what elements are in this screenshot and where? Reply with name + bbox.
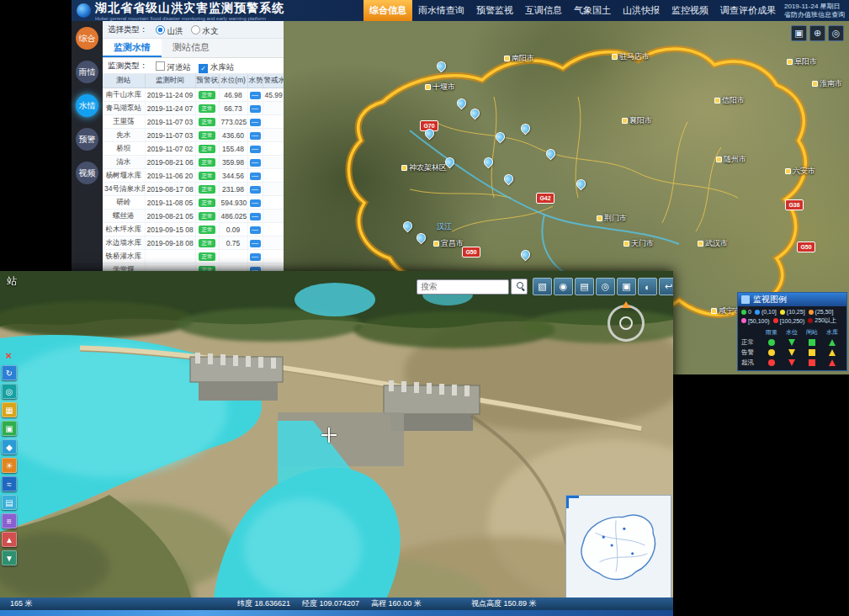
refresh-icon[interactable]: ↻ — [2, 365, 17, 380]
trend-steady-icon: — — [250, 186, 261, 194]
marker-tool-icon[interactable]: ◉ — [554, 278, 573, 295]
station-name[interactable]: 铁桥灌水库 — [103, 250, 145, 263]
warn-level — [263, 210, 284, 223]
warn-level — [263, 102, 284, 115]
overview-inset-map[interactable] — [565, 495, 671, 599]
table-row[interactable]: 34号清泉水库2019-08-17 08正常231.98— — [103, 183, 284, 196]
nav-item-2[interactable]: 预警监视 — [470, 0, 519, 21]
close-icon[interactable]: × — [2, 348, 15, 362]
legend-col-3: 水库 — [826, 328, 838, 337]
sidebar-item-4[interactable]: 视频 — [72, 156, 103, 189]
column-header-0: 测站 — [103, 74, 145, 88]
station-name[interactable]: 王里荡 — [103, 115, 145, 129]
monitor-time: 2019-11-07 02 — [145, 142, 195, 156]
back-tool-icon[interactable]: ↩ — [659, 278, 673, 295]
raise-icon[interactable]: ▲ — [2, 532, 17, 547]
table-row[interactable]: 清水2019-08-21 06正常359.98— — [103, 156, 284, 169]
nav-item-1[interactable]: 雨水情查询 — [412, 0, 470, 21]
water-level: 594.930 — [219, 196, 247, 210]
river-label: 汉江 — [437, 221, 452, 232]
trend-steady-icon: — — [250, 226, 261, 234]
sidebar-icon-1: 雨情 — [76, 61, 98, 83]
lower-icon[interactable]: ▼ — [2, 550, 17, 566]
radio-1[interactable] — [191, 25, 200, 35]
locate-icon[interactable]: ◎ — [828, 25, 844, 41]
sidebar-item-2[interactable]: 水情 — [72, 88, 103, 122]
station-name[interactable]: 青马湖泵站 — [103, 102, 145, 115]
globe-tool-icon[interactable]: ◐ — [638, 278, 657, 295]
station-name[interactable]: 先水 — [103, 129, 145, 142]
type-label: 监测类型： — [108, 61, 148, 72]
map-city-label: 神农架林区 — [401, 162, 447, 173]
station-name[interactable]: 34号清泉水库 — [103, 183, 145, 196]
menu-icon[interactable]: ≡ — [2, 513, 17, 528]
legend-dot-icon — [809, 310, 814, 315]
station-name[interactable]: 桥坝 — [103, 142, 145, 156]
panel-tab-1[interactable]: 测站信息 — [162, 39, 220, 57]
nav-item-7[interactable]: 调查评价成果 — [714, 0, 782, 21]
nav-item-4[interactable]: 气象国土 — [568, 0, 617, 21]
list-tool-icon[interactable]: ▤ — [575, 278, 594, 295]
table-row[interactable]: 水边墙水库2019-09-18 08正常0.75— — [103, 236, 284, 250]
table-row[interactable]: 先水2019-11-07 03正常436.60— — [103, 129, 284, 142]
checkbox-0[interactable] — [156, 61, 165, 71]
filter-label: 选择类型： — [108, 24, 148, 35]
viewer-map-tools: ▧◉▤◎▣◐↩ — [531, 278, 673, 295]
sun-icon[interactable]: ☀ — [2, 458, 17, 473]
warn-level — [263, 223, 284, 236]
view-tool-icon[interactable]: ◎ — [596, 278, 615, 295]
view-height-text: 视点高度 150.89 米 — [471, 597, 537, 610]
status-cell: 正常 — [195, 88, 219, 102]
zoom-in-icon[interactable]: ⊕ — [809, 25, 825, 41]
status-cell: 正常 — [195, 210, 219, 223]
station-name[interactable]: 松木坪水库 — [103, 223, 145, 236]
grid-icon[interactable]: ▦ — [2, 402, 17, 417]
legend-square-icon — [809, 339, 815, 346]
table-row[interactable]: 桥坝2019-11-07 02正常155.48— — [103, 142, 284, 156]
compass-control[interactable] — [608, 305, 645, 342]
station-table: 测站监测时间预警状态水位(m)水势警戒水位 南千山水库2019-11-24 09… — [103, 74, 284, 290]
trend-cell: — — [247, 196, 263, 210]
column-header-5: 警戒水位 — [263, 74, 284, 88]
map-city-label: 荆门市 — [597, 213, 627, 224]
station-name[interactable]: 螺丝港 — [103, 210, 145, 223]
table-row[interactable]: 铁桥灌水库正常— — [103, 250, 284, 263]
snapshot-tool-icon[interactable]: ▣ — [617, 278, 636, 295]
layers-icon[interactable]: ▣ — [791, 25, 807, 41]
checkbox-1[interactable]: ✓ — [199, 64, 208, 73]
panel-tab-0[interactable]: 监测水情 — [103, 39, 162, 57]
list-icon[interactable]: ▤ — [2, 495, 17, 510]
bookmark-icon[interactable]: ◆ — [2, 439, 17, 454]
table-row[interactable]: 研岭2019-11-08 05正常594.930— — [103, 196, 284, 210]
flood-icon[interactable]: ≈ — [2, 476, 17, 491]
legend-header[interactable]: 监视图例 — [738, 293, 846, 306]
nav-item-6[interactable]: 监控视频 — [666, 0, 714, 21]
radio-0[interactable] — [156, 25, 165, 35]
table-row[interactable]: 南千山水库2019-11-24 09正常46.98—45.99 — [103, 88, 284, 102]
water-level: 344.56 — [219, 169, 247, 183]
sidebar-item-1[interactable]: 雨情 — [72, 55, 103, 88]
nav-item-3[interactable]: 互调信息 — [519, 0, 568, 21]
table-row[interactable]: 青马湖泵站2019-11-24 07正常66.73— — [103, 102, 284, 115]
layers-icon[interactable]: ▣ — [2, 421, 17, 436]
table-row[interactable]: 螺丝港2019-08-21 05正常486.025— — [103, 210, 284, 223]
sidebar-item-3[interactable]: 预警 — [72, 122, 103, 156]
radio-label-1: 水文 — [203, 26, 219, 35]
table-row[interactable]: 松木坪水库2019-09-15 08正常0.09— — [103, 223, 284, 236]
nav-item-0[interactable]: 综合信息 — [363, 0, 412, 21]
table-row[interactable]: 杨树堰水库2019-11-06 20正常344.56— — [103, 169, 284, 183]
station-name[interactable]: 研岭 — [103, 196, 145, 210]
station-name[interactable]: 杨树堰水库 — [103, 169, 145, 183]
nav-item-5[interactable]: 山洪快报 — [617, 0, 666, 21]
station-name[interactable]: 水边墙水库 — [103, 236, 145, 250]
station-name[interactable]: 南千山水库 — [103, 88, 145, 102]
search-input[interactable] — [417, 279, 509, 295]
legend-dot-item-3: (25,50] — [809, 309, 834, 315]
locate-icon[interactable]: ◎ — [2, 384, 17, 399]
sidebar-item-0[interactable]: 综合 — [72, 21, 103, 55]
draw-tool-icon[interactable]: ▧ — [533, 278, 552, 295]
type-radios: 山洪水文 — [148, 22, 219, 37]
station-name[interactable]: 清水 — [103, 156, 145, 169]
search-button[interactable] — [511, 279, 528, 295]
table-row[interactable]: 王里荡2019-11-07 03正常773.025— — [103, 115, 284, 129]
